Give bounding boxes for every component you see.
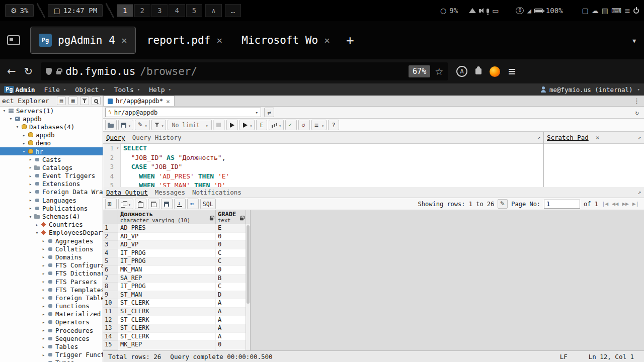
- expand-icon[interactable]: ▸: [34, 222, 40, 227]
- tree-item-collations[interactable]: ▸Collations: [0, 245, 103, 253]
- cell-grade[interactable]: 0: [216, 341, 246, 349]
- expand-icon[interactable]: ▸: [27, 190, 34, 195]
- expand-icon[interactable]: ▸: [40, 328, 47, 333]
- mic-icon[interactable]: [487, 9, 489, 13]
- cell-grade[interactable]: C: [216, 283, 246, 291]
- close-tab-icon[interactable]: [121, 34, 127, 46]
- cpu-indicator[interactable]: ⚙ 3%: [5, 4, 34, 17]
- tree-item-publications[interactable]: ▸Publications: [0, 204, 103, 212]
- execute-button[interactable]: [226, 120, 238, 130]
- row-number[interactable]: 16: [103, 349, 118, 350]
- tab-messages[interactable]: Messages: [155, 189, 185, 196]
- save-data-button[interactable]: [161, 199, 173, 209]
- collapse-icon[interactable]: ▾: [21, 149, 27, 154]
- page-number-input[interactable]: [544, 200, 580, 209]
- workspace-2[interactable]: 2: [134, 4, 150, 17]
- cell-grade[interactable]: A: [216, 324, 246, 333]
- table-row[interactable]: 5IT_PROGC: [103, 257, 250, 266]
- cell-grade[interactable]: D: [216, 349, 246, 350]
- cell-dolzhnost[interactable]: IT_PROG: [118, 257, 216, 266]
- sql-editor[interactable]: 1▾SELECT2 "JOB_ID" AS "Должность",3 CASE…: [103, 144, 543, 187]
- macros-button[interactable]: [311, 120, 327, 130]
- expand-icon[interactable]: ▸: [40, 287, 47, 292]
- close-tab-icon[interactable]: [324, 34, 330, 46]
- tree-item-sequences[interactable]: ▸Sequences: [0, 334, 103, 342]
- cell-dolzhnost[interactable]: AD_VP: [118, 233, 216, 241]
- browser-tab-report[interactable]: report.pdf: [139, 27, 230, 54]
- row-number[interactable]: 2: [103, 233, 118, 241]
- new-tab-button[interactable]: [341, 33, 359, 48]
- expand-icon[interactable]: ▸: [40, 352, 47, 357]
- scratch-pad[interactable]: [544, 144, 644, 187]
- row-number[interactable]: 12: [103, 316, 118, 325]
- panel-grid-icon[interactable]: ▦: [68, 97, 77, 105]
- tree-item-functions[interactable]: ▸Functions: [0, 302, 103, 310]
- first-page-button[interactable]: [602, 201, 608, 207]
- cell-grade[interactable]: 0: [216, 233, 246, 241]
- wifi-icon[interactable]: [469, 8, 476, 13]
- menu-help[interactable]: Help: [149, 86, 171, 94]
- table-row[interactable]: 2AD_VP0: [103, 233, 250, 241]
- power-icon[interactable]: [633, 8, 639, 14]
- expand-icon[interactable]: ▸: [40, 304, 47, 309]
- grid-scrollbar[interactable]: [246, 224, 250, 350]
- cell-dolzhnost[interactable]: ST_MAN: [118, 349, 216, 350]
- row-number[interactable]: 6: [103, 266, 118, 275]
- table-row[interactable]: 6MK_MAN0: [103, 266, 250, 275]
- cell-dolzhnost[interactable]: MK_MAN: [118, 266, 216, 275]
- expand-scratch-icon[interactable]: ↗: [637, 134, 641, 141]
- column-header-grade[interactable]: GRADE text: [216, 210, 246, 224]
- keyboard-icon[interactable]: ⌨: [611, 7, 621, 15]
- tree-item-casts[interactable]: ▸Casts: [0, 155, 103, 163]
- expand-icon[interactable]: ▸: [40, 279, 47, 284]
- tree-item-event-triggers[interactable]: ▸Event Triggers: [0, 172, 103, 180]
- browser-menu-icon[interactable]: [508, 64, 515, 78]
- expand-icon[interactable]: ▸: [27, 198, 34, 203]
- save-button[interactable]: [118, 120, 133, 130]
- tree-item-employeesdepartments[interactable]: ▾EmployeesDepartments: [0, 229, 103, 237]
- row-number[interactable]: 11: [103, 308, 118, 316]
- expand-icon[interactable]: ▸: [40, 344, 47, 349]
- open-file-button[interactable]: [105, 120, 117, 130]
- row-number[interactable]: 4: [103, 249, 118, 258]
- menu-object[interactable]: Object: [75, 86, 105, 94]
- tree-item-materialized-views[interactable]: ▸Materialized Views: [0, 310, 103, 318]
- close-querytool-icon[interactable]: [166, 98, 170, 105]
- collapse-icon[interactable]: ▾: [1, 108, 8, 113]
- row-number[interactable]: 8: [103, 283, 118, 291]
- tree-item-demo[interactable]: ▸demo: [0, 139, 103, 147]
- download-button[interactable]: [174, 199, 186, 209]
- expand-editor-icon[interactable]: ↗: [537, 134, 540, 141]
- firefox-icon[interactable]: [490, 66, 500, 77]
- collapse-icon[interactable]: ▾: [14, 124, 21, 129]
- back-button[interactable]: ←: [7, 65, 16, 77]
- panel-left-icon[interactable]: ▤: [57, 97, 66, 105]
- cell-grade[interactable]: C: [216, 249, 246, 258]
- workspace-3[interactable]: 3: [151, 4, 168, 17]
- zoom-indicator[interactable]: 67%: [409, 65, 430, 77]
- tabs-overview-icon[interactable]: [7, 35, 20, 45]
- extensions-icon[interactable]: [475, 68, 481, 74]
- tree-item-fts-configurations[interactable]: ▸FTS Configurations: [0, 261, 103, 269]
- tree-item-catalogs[interactable]: ▸Catalogs: [0, 163, 103, 171]
- expand-icon[interactable]: ▸: [40, 238, 47, 243]
- edit-button[interactable]: [135, 120, 150, 130]
- expand-results-icon[interactable]: ↗: [637, 189, 641, 196]
- cell-dolzhnost[interactable]: ST_CLERK: [118, 316, 216, 325]
- tracking-protection-icon[interactable]: [46, 68, 52, 75]
- workspace-more-icon[interactable]: …: [225, 4, 241, 17]
- limit-select[interactable]: No limit: [168, 120, 212, 130]
- expand-icon[interactable]: ▸: [27, 206, 34, 211]
- connection-select[interactable]: ϟ hr/app@appdb ▾: [105, 108, 261, 117]
- expand-icon[interactable]: ▸: [21, 133, 27, 138]
- table-row[interactable]: 13ST_CLERKA: [103, 324, 250, 333]
- table-row[interactable]: 10ST_CLERKA: [103, 299, 250, 308]
- workspace-5[interactable]: 5: [186, 4, 202, 17]
- expand-icon[interactable]: ▸: [40, 263, 47, 268]
- menu-icon[interactable]: ≡: [624, 7, 630, 15]
- tab-scratch-pad[interactable]: Scratch Pad: [547, 134, 589, 141]
- cell-dolzhnost[interactable]: IT_PROG: [118, 283, 216, 291]
- tree-item-trigger-functions[interactable]: ▸Trigger Functions: [0, 351, 103, 359]
- collapse-icon[interactable]: ▾: [34, 230, 40, 235]
- table-row[interactable]: 1AD_PRESE: [103, 224, 250, 233]
